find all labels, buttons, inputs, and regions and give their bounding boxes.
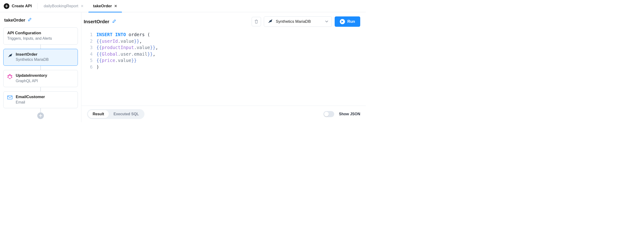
create-api-label: Create API	[12, 4, 32, 9]
svg-point-0	[10, 74, 10, 75]
tab-result[interactable]: Result	[88, 110, 109, 118]
workflow-title: takeOrder	[4, 17, 77, 23]
tab-executed-sql[interactable]: Executed SQL	[109, 110, 144, 118]
code-line[interactable]: {{Global.user.email}},	[96, 51, 156, 58]
connector	[40, 87, 41, 91]
workflow-name: takeOrder	[4, 18, 25, 23]
delete-step-button[interactable]	[252, 17, 261, 26]
line-number: 1	[86, 32, 96, 38]
line-number: 6	[86, 64, 96, 70]
node-subtitle: Email	[16, 100, 45, 105]
mariadb-icon	[267, 19, 272, 25]
svg-point-4	[8, 77, 8, 78]
run-button[interactable]: Run	[335, 17, 360, 27]
connector	[40, 108, 41, 112]
node-subtitle: GraphQL API	[16, 78, 47, 84]
add-step-button[interactable]	[37, 112, 44, 119]
line-number: 2	[86, 38, 96, 45]
run-label: Run	[347, 19, 355, 24]
line-number: 4	[86, 51, 96, 58]
email-icon	[7, 95, 12, 100]
node-title: API Configuration	[7, 31, 74, 36]
code-line[interactable]: )	[96, 64, 99, 70]
code-editor[interactable]: 1INSERT INTO orders (2{{userId.value}},3…	[82, 29, 366, 106]
node-emailcustomer[interactable]: EmailCustomer Email	[3, 91, 78, 108]
edit-pencil-icon[interactable]	[112, 19, 116, 25]
chevron-down-icon	[325, 19, 328, 24]
datasource-select[interactable]: Synthetics MariaDB	[264, 17, 332, 27]
trash-icon	[254, 19, 258, 24]
step-name: InsertOrder	[84, 19, 109, 25]
connector	[40, 45, 41, 49]
mariadb-icon	[7, 53, 12, 58]
plus-icon	[39, 114, 42, 117]
create-api-button[interactable]: Create API	[4, 3, 36, 9]
toggle-knob	[324, 112, 329, 116]
svg-rect-6	[8, 96, 12, 99]
tab-takeorder[interactable]: takeOrder ✕	[88, 0, 122, 12]
line-number: 3	[86, 44, 96, 51]
tab-dailybookingreport[interactable]: dailyBookingReport ✕	[39, 0, 88, 12]
tab-label: Result	[93, 112, 104, 116]
svg-point-3	[10, 78, 10, 79]
graphql-icon	[7, 74, 12, 79]
divider	[37, 3, 38, 9]
node-title: InsertOrder	[16, 52, 49, 57]
svg-point-1	[12, 75, 12, 76]
workflow-sidebar: takeOrder API Configuration Triggers, In…	[0, 12, 81, 122]
svg-point-5	[8, 75, 8, 76]
datasource-label: Synthetics MariaDB	[276, 19, 311, 24]
tab-label: dailyBookingReport	[44, 4, 78, 9]
results-tabs: Result Executed SQL	[87, 109, 144, 119]
tab-label: takeOrder	[93, 4, 112, 9]
edit-pencil-icon[interactable]	[28, 17, 32, 23]
editor-pane: InsertOrder Synthetics MariaDB	[81, 12, 366, 122]
close-icon[interactable]: ✕	[114, 4, 117, 8]
node-subtitle: Triggers, Inputs, and Alerts	[7, 36, 74, 41]
topbar: Create API dailyBookingReport ✕ takeOrde…	[0, 0, 366, 12]
code-line[interactable]: INSERT INTO orders (	[96, 32, 150, 38]
node-subtitle: Synthetics MariaDB	[16, 57, 49, 62]
line-number: 5	[86, 57, 96, 64]
close-icon[interactable]: ✕	[81, 4, 84, 8]
code-line[interactable]: {{userId.value}},	[96, 38, 142, 45]
node-updateinventory[interactable]: UpdateInventory GraphQL API	[3, 70, 78, 87]
node-title: EmailCustomer	[16, 94, 45, 100]
editor-header: InsertOrder Synthetics MariaDB	[82, 12, 366, 29]
step-title: InsertOrder	[84, 19, 116, 25]
node-api-configuration[interactable]: API Configuration Triggers, Inputs, and …	[3, 28, 78, 45]
show-json-toggle[interactable]	[324, 111, 334, 117]
show-json-label: Show JSON	[339, 112, 360, 116]
results-bar: Result Executed SQL Show JSON	[82, 106, 366, 122]
connector	[40, 66, 41, 70]
plus-icon	[4, 3, 10, 9]
svg-point-2	[12, 77, 12, 78]
node-title: UpdateInventory	[16, 73, 47, 78]
play-icon	[340, 19, 345, 24]
code-line[interactable]: {{productInput.value}},	[96, 44, 158, 51]
code-line[interactable]: {{price.value}}	[96, 57, 137, 64]
tab-label: Executed SQL	[114, 112, 139, 116]
node-insertorder[interactable]: InsertOrder Synthetics MariaDB	[3, 49, 78, 66]
